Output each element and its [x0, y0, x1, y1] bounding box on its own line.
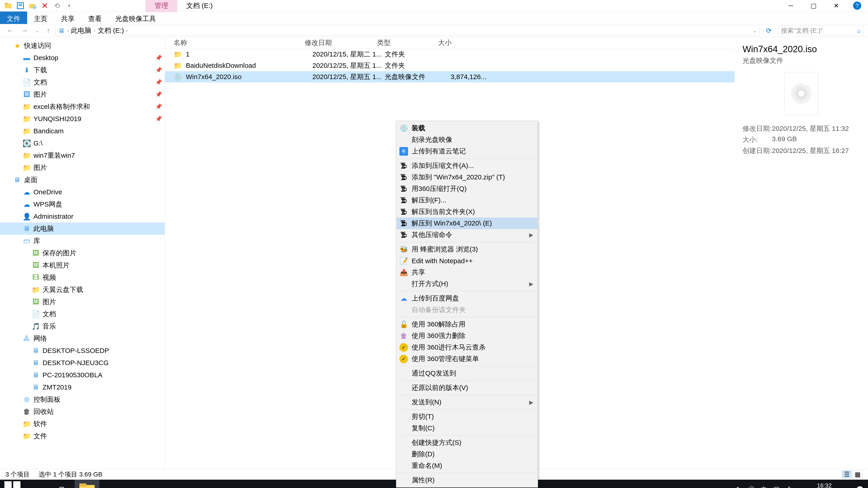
tree-onedrive[interactable]: ☁OneDrive [0, 186, 165, 198]
col-size[interactable]: 大小 [438, 38, 483, 47]
tree-net-pc4[interactable]: 🖥ZMT2019 [0, 381, 165, 393]
tree-net-pc3[interactable]: 🖥PC-20190530OBLA [0, 369, 165, 381]
ctx-shortcut[interactable]: 创建快捷方式(S) [397, 437, 537, 449]
tree-gdrive[interactable]: 💽G:\ [0, 137, 165, 149]
nav-up-button[interactable]: ↑ [44, 26, 53, 35]
ctx-360-delete[interactable]: 🗑使用 360强力删除 [397, 330, 537, 341]
refresh-button[interactable]: ⟳ [763, 27, 775, 35]
tree-library[interactable]: 🗃库 [0, 235, 165, 247]
ctx-extract-here[interactable]: 🗜解压到当前文件夹(X) [397, 206, 537, 218]
ctx-qq-send[interactable]: 通过QQ发送到 [397, 367, 537, 379]
ctx-extract-named[interactable]: 🗜解压到 Win7x64_2020\ (E) [397, 218, 537, 229]
ctx-360-menu[interactable]: ✓使用 360管理右键菜单 [397, 353, 537, 365]
ctx-restore[interactable]: 还原以前的版本(V) [397, 382, 537, 394]
search-input[interactable]: 搜索"文档 (E:)" ⌕ [778, 26, 864, 36]
nav-recent-dropdown[interactable]: ⌄ [33, 28, 41, 34]
tree-excel-folder[interactable]: 📁excel表格制作求和📌 [0, 101, 165, 113]
nav-back-button[interactable]: ← [4, 26, 16, 35]
tree-admin[interactable]: 👤Administrator [0, 210, 165, 223]
tree-desktop[interactable]: ▬Desktop📌 [0, 52, 165, 64]
tree-control-panel[interactable]: ⚙控制面板 [0, 393, 165, 405]
file-list[interactable]: 名称 修改日期 类型 大小 📁 1 2020/12/15, 星期二 1... 文… [165, 37, 735, 469]
tree-wps[interactable]: ☁WPS网盘 [0, 198, 165, 210]
ribbon-tab-share[interactable]: 共享 [54, 11, 81, 24]
undo-icon[interactable]: ⟲ [53, 2, 61, 10]
properties-icon[interactable] [16, 2, 24, 10]
search-button[interactable]: ⌕ [25, 480, 50, 488]
minimize-button[interactable]: ─ [785, 1, 797, 10]
list-item[interactable]: 📁 BaiduNetdiskDownload 2020/12/25, 星期五 1… [165, 60, 735, 71]
ctx-delete[interactable]: 删除(D) [397, 449, 537, 460]
col-date[interactable]: 修改日期 [305, 38, 377, 47]
security-icon[interactable]: 🛡 [774, 486, 780, 488]
ctx-360-unlock[interactable]: 🔓使用 360解除占用 [397, 319, 537, 330]
chevron-right-icon[interactable]: › [94, 28, 95, 34]
ctx-upload-baidu[interactable]: ☁上传到百度网盘 [397, 293, 537, 304]
tree-quick-access[interactable]: ★快速访问 [0, 39, 165, 52]
qat-dropdown-icon[interactable]: ▾ [65, 2, 73, 10]
tree-network[interactable]: 🖧网络 [0, 332, 165, 345]
tree-pictures[interactable]: 🖼图片📌 [0, 88, 165, 101]
delete-icon[interactable]: ✕ [41, 2, 49, 10]
ctx-burn[interactable]: 刻录光盘映像 [397, 134, 537, 145]
breadcrumb-pc[interactable]: 此电脑 [71, 26, 91, 35]
ctx-extract-to[interactable]: 🗜解压到(F)... [397, 195, 537, 206]
tree-net-pc2[interactable]: 🖥DESKTOP-NJEU3CG [0, 357, 165, 369]
list-item-selected[interactable]: 💿 Win7x64_2020.iso 2020/12/25, 星期五 1... … [165, 71, 735, 83]
start-button[interactable] [0, 480, 25, 488]
breadcrumb-drive[interactable]: 文档 (E:) [98, 26, 124, 35]
ctx-open-360zip[interactable]: 🗜用360压缩打开(Q) [397, 183, 537, 195]
tree-docs2[interactable]: 📄文档 [0, 308, 165, 320]
tree-yunqishi[interactable]: 📁YUNQISHI2019📌 [0, 113, 165, 125]
tree-recycle[interactable]: 🗑回收站 [0, 405, 165, 418]
ctx-open-with[interactable]: 打开方式(H)▶ [397, 278, 537, 290]
tree-pictures2[interactable]: 📁图片 [0, 162, 165, 174]
tray-overflow-button[interactable]: ⌃ [735, 486, 740, 488]
tree-files[interactable]: 📁文件 [0, 430, 165, 442]
ctx-360-trojan[interactable]: ✓使用 360进行木马云查杀 [397, 341, 537, 353]
tree-software[interactable]: 📁软件 [0, 418, 165, 430]
col-type[interactable]: 类型 [377, 38, 438, 47]
explorer-taskbar-button[interactable] [74, 480, 99, 488]
ctx-share[interactable]: 📤共享 [397, 267, 537, 278]
ctx-properties[interactable]: 属性(R) [397, 475, 537, 486]
ribbon-tab-file[interactable]: 文件 [0, 11, 27, 24]
chevron-right-icon[interactable]: › [67, 28, 69, 34]
ribbon-tab-disc-tools[interactable]: 光盘映像工具 [108, 11, 163, 24]
task-view-button[interactable]: ⧉ [50, 480, 74, 488]
tree-bandicam[interactable]: 📁Bandicam [0, 125, 165, 137]
clock[interactable]: 16:32 2020/12/25, 星期五 [799, 482, 849, 488]
ctx-copy[interactable]: 复制(C) [397, 422, 537, 434]
maximize-button[interactable]: ▢ [808, 1, 819, 10]
ctx-add-archive[interactable]: 🗜添加到压缩文件(A)... [397, 160, 537, 171]
ctx-add-zip[interactable]: 🗜添加到 "Win7x64_2020.zip" (T) [397, 171, 537, 183]
tree-camera[interactable]: 🖼本机照片 [0, 259, 165, 271]
list-item[interactable]: 📁 1 2020/12/15, 星期二 1... 文件夹 [165, 48, 735, 60]
ctx-honey-browser[interactable]: 🐝用 蜂蜜浏览器 浏览(3) [397, 243, 537, 255]
manage-tab[interactable]: 管理 [146, 0, 177, 12]
tree-this-pc[interactable]: 🖥此电脑 [0, 223, 165, 235]
tree-videos[interactable]: 🎞视频 [0, 271, 165, 284]
tree-pics3[interactable]: 🖼图片 [0, 296, 165, 308]
tree-tianyi[interactable]: 📁天翼云盘下载 [0, 284, 165, 296]
volume-icon[interactable]: 🔊 [747, 486, 754, 488]
view-details-button[interactable]: ☰ [842, 470, 852, 479]
close-button[interactable]: ✕ [831, 1, 842, 10]
ctx-cut[interactable]: 剪切(T) [397, 411, 537, 422]
ctx-rename[interactable]: 重命名(M) [397, 460, 537, 471]
tree-music[interactable]: 🎵音乐 [0, 320, 165, 332]
breadcrumb-history-dropdown[interactable]: ⌄ [753, 28, 757, 34]
nav-forward-button[interactable]: → [19, 26, 30, 35]
ctx-notepadpp[interactable]: 📝Edit with Notepad++ [397, 255, 537, 267]
ctx-upload-youdao[interactable]: 有上传到有道云笔记 [397, 145, 537, 157]
breadcrumb[interactable]: 🖥 › 此电脑 › 文档 (E:) › ⌄ [55, 26, 760, 36]
tree-downloads[interactable]: ⬇下载📌 [0, 64, 165, 76]
col-name[interactable]: 名称 [174, 38, 305, 47]
tree-win7reinstall[interactable]: 📁win7重装win7 [0, 149, 165, 162]
action-center-button[interactable]: 💬 [856, 486, 864, 488]
ribbon-tab-view[interactable]: 查看 [81, 11, 108, 24]
tree-saved-pics[interactable]: 🖼保存的图片 [0, 247, 165, 259]
ribbon-tab-home[interactable]: 主页 [27, 11, 54, 24]
chevron-right-icon[interactable]: › [126, 28, 128, 34]
new-folder-icon[interactable] [29, 2, 37, 10]
